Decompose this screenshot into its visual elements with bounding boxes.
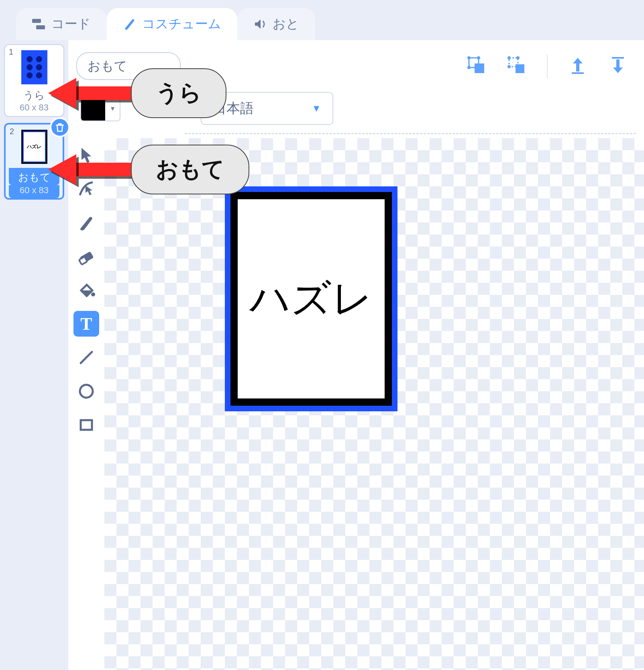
tab-costumes-label: コスチューム [142,15,221,33]
eraser-tool[interactable] [73,243,99,269]
brush-icon [123,17,137,31]
editor-tabs: コード コスチューム おと [0,0,644,40]
rect-tool[interactable] [73,412,99,438]
svg-rect-8 [516,64,524,73]
fill-tool[interactable] [73,277,99,303]
costume-name: うら [23,88,45,102]
text-tool[interactable]: T [73,311,99,337]
tab-code[interactable]: コード [16,8,107,40]
arrow-icon [48,154,76,185]
paint-canvas[interactable]: ハズレ [104,138,644,670]
sound-icon [253,17,268,31]
svg-rect-15 [79,257,88,265]
group-button[interactable] [467,55,487,77]
card-text: ハズレ [250,272,373,326]
circle-tool[interactable] [73,378,99,404]
svg-rect-13 [612,57,624,59]
line-tool[interactable] [73,345,99,370]
code-icon [32,18,47,30]
svg-point-18 [80,385,93,398]
costume-list: 1 うら 60 x 83 2 ハズレ おもて 60 x 83 [0,40,68,670]
costume-thumbnail-front: ハズレ [21,130,47,164]
svg-rect-12 [572,72,584,74]
costume-number: 1 [9,47,13,57]
svg-point-16 [91,292,95,296]
svg-line-17 [81,352,92,363]
costume-editor: ▾ 日本語 ▼ [68,40,644,670]
costume-thumbnail-back [21,50,47,84]
annotation-front: おもて [48,145,249,194]
annotation-bubble: おもて [131,145,249,194]
svg-rect-3 [475,63,484,73]
annotation-back: うら [48,68,226,118]
svg-rect-19 [81,420,92,430]
backward-button[interactable] [608,55,628,77]
svg-point-10 [516,56,520,59]
tab-sounds[interactable]: おと [237,8,315,40]
text-icon: T [80,314,92,334]
svg-rect-0 [32,19,41,23]
svg-rect-1 [36,25,45,29]
svg-point-6 [467,66,471,69]
svg-point-9 [507,56,511,59]
svg-point-5 [477,56,480,59]
ungroup-button[interactable] [507,55,527,77]
svg-point-4 [467,56,471,59]
divider [547,54,548,78]
annotation-bubble: うら [131,68,226,118]
costume-number: 2 [10,127,14,136]
card-sprite[interactable]: ハズレ [225,186,397,411]
brush-tool[interactable] [73,210,99,235]
arrow-icon [48,78,76,108]
trash-icon [55,122,65,133]
chevron-down-icon: ▼ [312,103,321,114]
tab-code-label: コード [51,15,91,33]
tool-palette: T [68,134,104,670]
tab-costumes[interactable]: コスチューム [107,8,237,40]
costume-dimensions: 60 x 83 [20,102,49,113]
svg-point-11 [507,65,511,68]
tab-sounds-label: おと [273,15,299,33]
delete-costume-button[interactable] [50,117,70,137]
forward-button[interactable] [568,55,588,77]
